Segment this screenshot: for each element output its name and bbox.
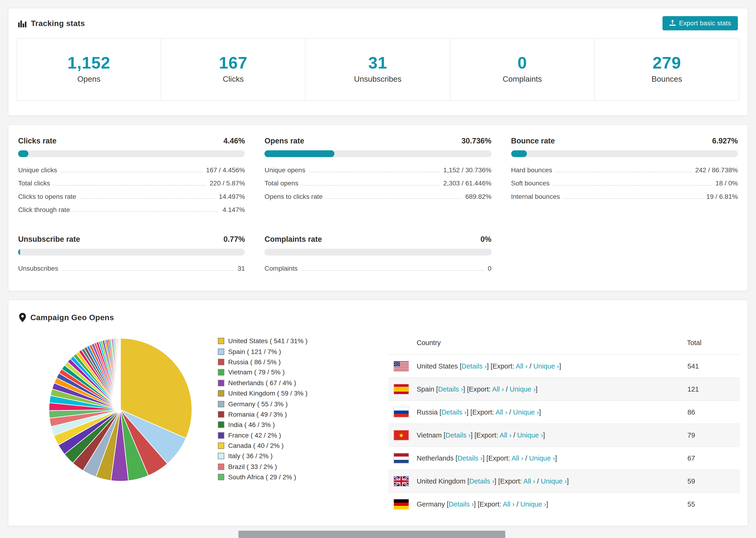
export-all-link[interactable]: All › [512, 455, 523, 462]
details-link[interactable]: Details › [449, 501, 474, 508]
rate-head: Clicks rate 4.46% [18, 136, 245, 145]
dotted-leader [54, 185, 206, 186]
country-cell: Vietnam [Details ›] [Export: All › / Uni… [393, 430, 686, 441]
punct-slash: / [514, 501, 520, 508]
legend-label: Brazil ( 33 / 2% ) [228, 463, 277, 470]
metric-value: 4.147% [223, 206, 245, 213]
export-all-link[interactable]: All › [492, 385, 504, 393]
rate-progress-track [265, 150, 491, 157]
metric-label: Total opens [265, 180, 298, 187]
stats-summary: 1,152 Opens 167 Clicks 31 Unsubscribes 0… [17, 38, 739, 101]
stat-value: 31 [310, 53, 446, 73]
country-cell: United States [Details ›] [Export: All ›… [393, 361, 686, 372]
punct-open: [ [465, 477, 469, 485]
export-unique-link[interactable]: Unique › [520, 501, 546, 508]
legend-item: Spain ( 121 / 7% ) [218, 346, 388, 357]
page-title-text: Tracking stats [31, 19, 85, 28]
legend-label: Vietnam ( 79 / 5% ) [228, 369, 285, 376]
legend-swatch [218, 348, 224, 355]
details-link[interactable]: Details › [438, 385, 463, 393]
export-unique-link[interactable]: Unique › [513, 408, 539, 416]
horizontal-scrollbar-thumb[interactable] [239, 531, 506, 538]
punct-open: [ [438, 408, 441, 416]
legend-swatch [218, 401, 224, 407]
rate-value: 4.46% [224, 136, 245, 145]
country-total: 79 [687, 424, 740, 447]
legend-swatch [218, 380, 224, 386]
details-link[interactable]: Details › [469, 477, 495, 485]
rate-title: Complaints rate [265, 235, 322, 244]
punct-close: ] [536, 385, 537, 393]
metric-row: Soft bounces 18 / 0% [511, 177, 738, 190]
details-link[interactable]: Details › [461, 362, 487, 370]
geo-title: Campaign Geo Opens [8, 313, 747, 322]
metric-label: Unique opens [265, 166, 305, 174]
export-prefix: Export: [500, 477, 523, 485]
metric-value: 0 [488, 265, 491, 272]
export-basic-stats-button[interactable]: Export basic stats [662, 16, 738, 30]
column-header-total: Total [687, 332, 740, 355]
details-link[interactable]: Details › [458, 455, 482, 462]
country-text: United Kingdom [Details ›] [Export: All … [417, 477, 569, 485]
metric-row: Click through rate 4.147% [18, 203, 245, 216]
rate-value: 30.736% [461, 136, 491, 145]
rate-title: Bounce rate [511, 136, 555, 145]
export-all-link[interactable]: All › [496, 408, 507, 416]
legend-item: Netherlands ( 67 / 4% ) [218, 378, 388, 388]
punct-mid: ] [ [463, 385, 469, 393]
country-flag-icon-es [393, 384, 409, 395]
punct-slash: / [507, 408, 513, 416]
country-text: United States [Details ›] [Export: All ›… [417, 362, 561, 370]
country-flag-icon-vn [393, 430, 409, 441]
export-button-label: Export basic stats [679, 20, 731, 27]
export-unique-link[interactable]: Unique › [529, 455, 555, 462]
metric-value: 242 / 86.738% [695, 166, 738, 174]
punct-mid: ] [ [487, 362, 492, 370]
metric-label: Opens to clicks rate [265, 193, 323, 200]
export-all-link[interactable]: All › [523, 477, 535, 485]
legend-swatch [218, 432, 224, 439]
legend-label: Russia ( 86 / 5% ) [228, 358, 281, 366]
export-all-link[interactable]: All › [500, 431, 512, 439]
legend-label: Italy ( 36 / 2% ) [228, 453, 273, 460]
rate-progress-fill [18, 150, 28, 157]
geo-table-row: Netherlands [Details ›] [Export: All › /… [388, 447, 740, 470]
metric-row: Hard bounces 242 / 86.738% [511, 164, 738, 177]
stat-value: 1,152 [21, 53, 157, 73]
metric-value: 1,152 / 30.736% [443, 166, 491, 174]
legend-item: United Kingdom ( 59 / 3% ) [218, 388, 388, 399]
export-icon [669, 19, 675, 27]
geo-table-row: United States [Details ›] [Export: All ›… [388, 355, 740, 378]
export-unique-link[interactable]: Unique › [533, 362, 559, 370]
stat-box: 279 Bounces [594, 38, 739, 101]
legend-item: South Africa ( 29 / 2% ) [218, 472, 388, 482]
rate-progress-track [18, 249, 245, 256]
details-link[interactable]: Details › [446, 431, 471, 439]
export-unique-link[interactable]: Unique › [517, 431, 543, 439]
rate-head: Bounce rate 6.927% [511, 136, 738, 145]
rate-panel: Unsubscribe rate 0.77% Unsubscribes 31 [18, 235, 245, 275]
stat-box: 1,152 Opens [17, 38, 161, 101]
punct-slash: / [535, 477, 541, 485]
stat-box: 0 Complaints [450, 38, 595, 101]
rate-progress-fill [511, 150, 527, 157]
punct-open: [ [434, 385, 438, 393]
metric-value: 2,303 / 61.446% [443, 180, 491, 187]
legend-swatch [218, 453, 224, 459]
stat-value: 279 [599, 53, 735, 73]
export-all-link[interactable]: All › [516, 362, 527, 370]
country-text: Netherlands [Details ›] [Export: All › /… [417, 455, 557, 462]
rates-grid: Clicks rate 4.46% Unique clicks 167 / 4.… [18, 136, 738, 275]
export-unique-link[interactable]: Unique › [541, 477, 567, 485]
legend-swatch [218, 390, 224, 397]
details-link[interactable]: Details › [441, 408, 466, 416]
rate-title: Unsubscribe rate [18, 235, 80, 244]
export-all-link[interactable]: All › [503, 501, 514, 508]
metric-value: 220 / 5.87% [210, 180, 245, 187]
export-unique-link[interactable]: Unique › [510, 385, 536, 393]
country-text: Vietnam [Details ›] [Export: All › / Uni… [417, 431, 545, 439]
metric-value: 167 / 4.456% [206, 166, 245, 174]
geo-title-text: Campaign Geo Opens [30, 313, 114, 322]
bar-chart-icon [18, 19, 26, 27]
tracking-stats-card: Tracking stats Export basic stats 1,152 … [8, 8, 748, 116]
